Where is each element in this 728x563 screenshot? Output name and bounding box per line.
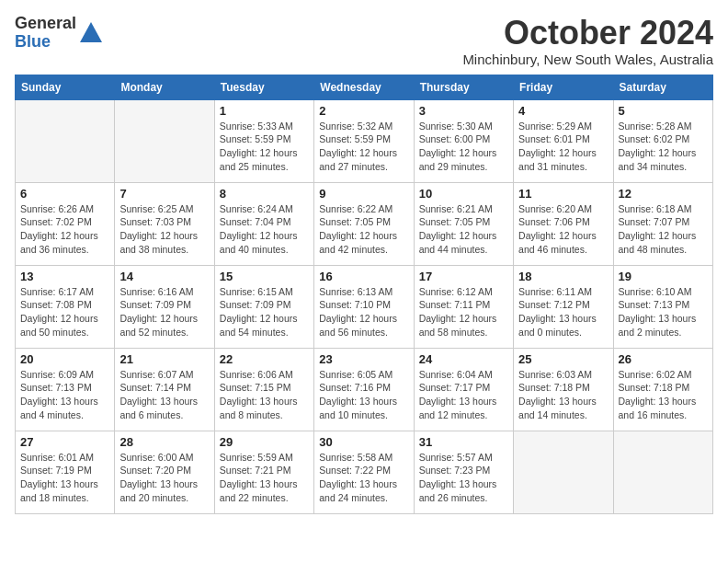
calendar-cell xyxy=(613,431,712,513)
day-header-saturday: Saturday xyxy=(613,75,712,99)
day-info: Sunrise: 6:11 AM Sunset: 7:12 PM Dayligh… xyxy=(518,285,608,339)
day-number: 28 xyxy=(119,435,209,449)
day-info: Sunrise: 5:33 AM Sunset: 5:59 PM Dayligh… xyxy=(220,120,309,174)
day-info: Sunrise: 5:57 AM Sunset: 7:23 PM Dayligh… xyxy=(419,451,508,505)
day-number: 23 xyxy=(319,352,408,366)
day-info: Sunrise: 5:32 AM Sunset: 5:59 PM Dayligh… xyxy=(319,120,408,174)
calendar-cell: 6Sunrise: 6:26 AM Sunset: 7:02 PM Daylig… xyxy=(16,182,115,265)
day-number: 3 xyxy=(419,104,508,118)
calendar-week-1: 1Sunrise: 5:33 AM Sunset: 5:59 PM Daylig… xyxy=(16,99,713,182)
day-info: Sunrise: 5:58 AM Sunset: 7:22 PM Dayligh… xyxy=(319,451,408,505)
calendar-week-5: 27Sunrise: 6:01 AM Sunset: 7:19 PM Dayli… xyxy=(16,431,713,513)
calendar-week-4: 20Sunrise: 6:09 AM Sunset: 7:13 PM Dayli… xyxy=(16,348,713,431)
day-info: Sunrise: 6:00 AM Sunset: 7:20 PM Dayligh… xyxy=(119,451,209,505)
day-info: Sunrise: 6:09 AM Sunset: 7:13 PM Dayligh… xyxy=(20,368,109,422)
day-number: 13 xyxy=(20,270,109,283)
logo-general: General xyxy=(15,15,76,33)
day-header-sunday: Sunday xyxy=(16,75,115,99)
day-number: 6 xyxy=(20,187,109,201)
day-number: 5 xyxy=(619,104,708,118)
day-info: Sunrise: 5:30 AM Sunset: 6:00 PM Dayligh… xyxy=(419,120,508,174)
logo-text: General Blue xyxy=(15,15,76,52)
svg-marker-0 xyxy=(80,22,102,42)
day-info: Sunrise: 6:07 AM Sunset: 7:14 PM Dayligh… xyxy=(119,368,209,422)
logo-blue: Blue xyxy=(15,33,76,52)
day-info: Sunrise: 6:26 AM Sunset: 7:02 PM Dayligh… xyxy=(20,202,109,257)
calendar-cell xyxy=(514,431,613,513)
calendar-cell: 18Sunrise: 6:11 AM Sunset: 7:12 PM Dayli… xyxy=(514,265,613,348)
calendar-cell: 3Sunrise: 5:30 AM Sunset: 6:00 PM Daylig… xyxy=(414,99,513,182)
calendar-cell: 21Sunrise: 6:07 AM Sunset: 7:14 PM Dayli… xyxy=(115,348,214,431)
day-number: 27 xyxy=(20,435,109,449)
calendar-cell: 12Sunrise: 6:18 AM Sunset: 7:07 PM Dayli… xyxy=(613,182,712,265)
day-number: 12 xyxy=(619,187,708,201)
day-info: Sunrise: 6:25 AM Sunset: 7:03 PM Dayligh… xyxy=(119,202,209,257)
day-info: Sunrise: 6:22 AM Sunset: 7:05 PM Dayligh… xyxy=(319,202,408,257)
calendar-cell: 17Sunrise: 6:12 AM Sunset: 7:11 PM Dayli… xyxy=(414,265,513,348)
day-info: Sunrise: 6:03 AM Sunset: 7:18 PM Dayligh… xyxy=(518,368,608,422)
day-number: 4 xyxy=(518,104,608,118)
day-number: 1 xyxy=(220,104,309,118)
calendar-week-2: 6Sunrise: 6:26 AM Sunset: 7:02 PM Daylig… xyxy=(16,182,713,265)
day-number: 19 xyxy=(619,270,708,283)
calendar-cell: 30Sunrise: 5:58 AM Sunset: 7:22 PM Dayli… xyxy=(314,431,414,513)
day-header-monday: Monday xyxy=(115,75,214,99)
day-info: Sunrise: 6:02 AM Sunset: 7:18 PM Dayligh… xyxy=(619,368,708,422)
day-number: 18 xyxy=(518,270,608,283)
calendar-cell: 8Sunrise: 6:24 AM Sunset: 7:04 PM Daylig… xyxy=(214,182,313,265)
calendar-cell xyxy=(16,99,115,182)
calendar-cell: 28Sunrise: 6:00 AM Sunset: 7:20 PM Dayli… xyxy=(115,431,214,513)
day-number: 25 xyxy=(518,352,608,366)
calendar-cell: 23Sunrise: 6:05 AM Sunset: 7:16 PM Dayli… xyxy=(314,348,414,431)
calendar-cell: 4Sunrise: 5:29 AM Sunset: 6:01 PM Daylig… xyxy=(514,99,613,182)
day-info: Sunrise: 6:18 AM Sunset: 7:07 PM Dayligh… xyxy=(619,202,708,257)
page-header: General Blue October 2024 Minchinbury, N… xyxy=(15,15,713,67)
day-info: Sunrise: 6:05 AM Sunset: 7:16 PM Dayligh… xyxy=(319,368,408,422)
calendar-cell: 1Sunrise: 5:33 AM Sunset: 5:59 PM Daylig… xyxy=(214,99,313,182)
calendar-cell: 22Sunrise: 6:06 AM Sunset: 7:15 PM Dayli… xyxy=(214,348,313,431)
day-header-tuesday: Tuesday xyxy=(214,75,313,99)
day-number: 30 xyxy=(319,435,408,449)
calendar-cell: 31Sunrise: 5:57 AM Sunset: 7:23 PM Dayli… xyxy=(414,431,513,513)
calendar-header-row: SundayMondayTuesdayWednesdayThursdayFrid… xyxy=(16,75,713,99)
day-info: Sunrise: 6:10 AM Sunset: 7:13 PM Dayligh… xyxy=(619,285,708,339)
calendar-cell: 11Sunrise: 6:20 AM Sunset: 7:06 PM Dayli… xyxy=(514,182,613,265)
month-title: October 2024 xyxy=(462,15,713,52)
logo-icon xyxy=(78,20,104,46)
calendar-cell: 5Sunrise: 5:28 AM Sunset: 6:02 PM Daylig… xyxy=(613,99,712,182)
day-number: 22 xyxy=(220,352,309,366)
day-header-wednesday: Wednesday xyxy=(314,75,414,99)
calendar-cell xyxy=(115,99,214,182)
calendar-cell: 26Sunrise: 6:02 AM Sunset: 7:18 PM Dayli… xyxy=(613,348,712,431)
calendar-table: SundayMondayTuesdayWednesdayThursdayFrid… xyxy=(15,75,713,514)
day-number: 2 xyxy=(319,104,408,118)
day-number: 20 xyxy=(20,352,109,366)
day-info: Sunrise: 6:13 AM Sunset: 7:10 PM Dayligh… xyxy=(319,285,408,339)
day-info: Sunrise: 6:04 AM Sunset: 7:17 PM Dayligh… xyxy=(419,368,508,422)
day-number: 9 xyxy=(319,187,408,201)
calendar-cell: 14Sunrise: 6:16 AM Sunset: 7:09 PM Dayli… xyxy=(115,265,214,348)
title-block: October 2024 Minchinbury, New South Wale… xyxy=(462,15,713,67)
location: Minchinbury, New South Wales, Australia xyxy=(462,52,713,67)
calendar-cell: 15Sunrise: 6:15 AM Sunset: 7:09 PM Dayli… xyxy=(214,265,313,348)
day-info: Sunrise: 6:16 AM Sunset: 7:09 PM Dayligh… xyxy=(119,285,209,339)
calendar-cell: 2Sunrise: 5:32 AM Sunset: 5:59 PM Daylig… xyxy=(314,99,414,182)
day-number: 16 xyxy=(319,270,408,283)
logo: General Blue xyxy=(15,15,104,52)
day-number: 29 xyxy=(220,435,309,449)
calendar-cell: 16Sunrise: 6:13 AM Sunset: 7:10 PM Dayli… xyxy=(314,265,414,348)
calendar-cell: 27Sunrise: 6:01 AM Sunset: 7:19 PM Dayli… xyxy=(16,431,115,513)
day-info: Sunrise: 6:17 AM Sunset: 7:08 PM Dayligh… xyxy=(20,285,109,339)
day-info: Sunrise: 5:28 AM Sunset: 6:02 PM Dayligh… xyxy=(619,120,708,174)
day-info: Sunrise: 6:20 AM Sunset: 7:06 PM Dayligh… xyxy=(518,202,608,257)
calendar-cell: 13Sunrise: 6:17 AM Sunset: 7:08 PM Dayli… xyxy=(16,265,115,348)
day-number: 8 xyxy=(220,187,309,201)
day-info: Sunrise: 6:24 AM Sunset: 7:04 PM Dayligh… xyxy=(220,202,309,257)
day-info: Sunrise: 6:06 AM Sunset: 7:15 PM Dayligh… xyxy=(220,368,309,422)
calendar-week-3: 13Sunrise: 6:17 AM Sunset: 7:08 PM Dayli… xyxy=(16,265,713,348)
calendar-cell: 25Sunrise: 6:03 AM Sunset: 7:18 PM Dayli… xyxy=(514,348,613,431)
calendar-cell: 20Sunrise: 6:09 AM Sunset: 7:13 PM Dayli… xyxy=(16,348,115,431)
day-number: 10 xyxy=(419,187,508,201)
day-number: 26 xyxy=(619,352,708,366)
day-info: Sunrise: 6:21 AM Sunset: 7:05 PM Dayligh… xyxy=(419,202,508,257)
